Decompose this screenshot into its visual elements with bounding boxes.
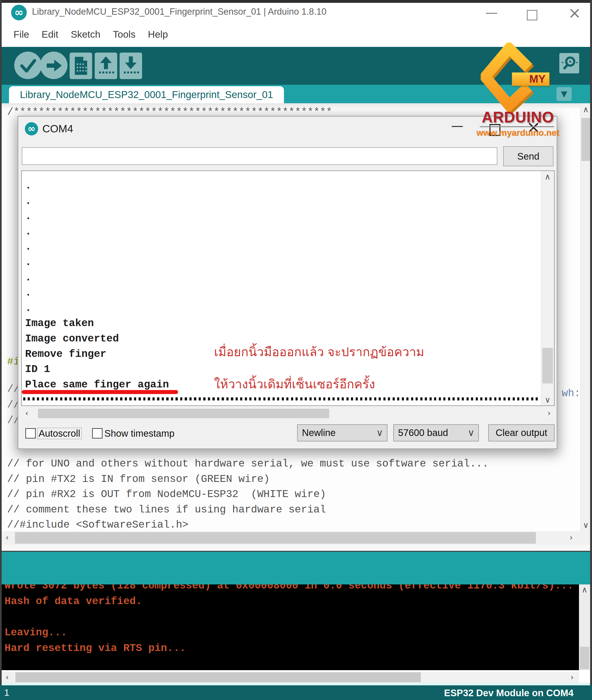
arduino-brand-text: ARDUINO bbox=[480, 108, 555, 126]
window-title: Library_NodeMCU_ESP32_0001_Fingerprint_S… bbox=[32, 7, 327, 17]
show-timestamp-checkbox[interactable] bbox=[92, 428, 103, 439]
status-line-number: 1 bbox=[4, 688, 9, 698]
scroll-right-icon[interactable]: › bbox=[566, 533, 577, 542]
show-timestamp-label[interactable]: Show timestamp bbox=[104, 428, 175, 439]
menu-sketch[interactable]: Sketch bbox=[65, 29, 106, 40]
statusbar-top-strip bbox=[2, 683, 590, 685]
save-sketch-button[interactable] bbox=[119, 53, 142, 79]
send-button[interactable]: Send bbox=[503, 146, 553, 166]
scroll-up-icon[interactable]: ∧ bbox=[581, 105, 591, 114]
scroll-left-icon[interactable]: ‹ bbox=[21, 408, 32, 418]
right-arrow-icon bbox=[40, 52, 67, 79]
console-output[interactable]: Wrote 3072 bytes (128 compressed) at 0x0… bbox=[2, 585, 579, 670]
scroll-down-icon[interactable]: ∨ bbox=[541, 395, 554, 404]
close-button[interactable]: × bbox=[568, 4, 581, 22]
serial-output-area[interactable]: . . . . . . . . . Image taken Image conv… bbox=[21, 170, 555, 406]
tab-sketch[interactable]: Library_NodeMCU_ESP32_0001_Fingerprint_S… bbox=[9, 86, 284, 103]
console-hscroll-thumb[interactable] bbox=[15, 672, 421, 682]
serial-vertical-scrollbar[interactable]: ∧ ∨ bbox=[541, 171, 554, 405]
check-icon bbox=[14, 52, 42, 79]
editor-vscroll-thumb[interactable] bbox=[581, 118, 590, 161]
editor-horizontal-scrollbar[interactable]: ‹ › bbox=[2, 531, 590, 545]
my-badge: MY bbox=[512, 72, 549, 86]
autoscroll-checkbox[interactable] bbox=[25, 428, 36, 439]
minimize-button[interactable]: — bbox=[485, 5, 498, 19]
code-fragment-keyword: wh: bbox=[562, 387, 580, 399]
editor-hscroll-thumb[interactable] bbox=[15, 532, 536, 544]
console-text: Wrote 3072 bytes (128 compressed) at 0x0… bbox=[4, 585, 574, 656]
editor-vertical-scrollbar[interactable]: ∧ ∨ bbox=[580, 103, 591, 531]
line-ending-select[interactable]: Newline ∨ bbox=[297, 424, 387, 441]
serial-input[interactable] bbox=[22, 147, 497, 165]
serial-vscroll-thumb[interactable] bbox=[542, 348, 553, 384]
down-arrow-icon bbox=[119, 53, 142, 79]
serial-monitor-window[interactable]: ∞ COM4 — × Send . . . . . . . . . Image … bbox=[18, 116, 557, 449]
editor-console-gap bbox=[2, 545, 590, 551]
scroll-left-icon[interactable]: ‹ bbox=[2, 672, 12, 682]
menu-edit[interactable]: Edit bbox=[36, 29, 64, 40]
arduino-dialog-icon: ∞ bbox=[25, 122, 38, 136]
window-border-left bbox=[0, 0, 2, 700]
new-sketch-button[interactable] bbox=[69, 53, 92, 79]
autoscroll-label[interactable]: Autoscroll bbox=[38, 428, 81, 439]
console-vertical-scrollbar[interactable]: ∧ bbox=[579, 585, 590, 670]
clear-output-button[interactable]: Clear output bbox=[488, 424, 555, 441]
chevron-down-icon: ∨ bbox=[468, 425, 475, 441]
upload-button[interactable] bbox=[40, 52, 67, 79]
status-bar: 1 ESP32 Dev Module on COM4 bbox=[0, 685, 592, 700]
dialog-minimize-button[interactable]: — bbox=[451, 118, 463, 133]
baud-rate-select[interactable]: 57600 baud ∨ bbox=[393, 424, 479, 441]
maximize-button[interactable] bbox=[527, 10, 537, 20]
thai-annotation-line1: เมื่อยกนิ้วมือออกแล้ว จะปรากฏข้อความ bbox=[214, 342, 424, 362]
menu-tools[interactable]: Tools bbox=[107, 29, 141, 40]
serial-horizontal-scrollbar[interactable]: ‹ › bbox=[21, 408, 555, 419]
scroll-up-icon[interactable]: ∧ bbox=[541, 172, 554, 182]
thai-annotation-line2: ให้วางนิ้วเดิมที่เซ็นเซอร์อีกครั้ง bbox=[214, 374, 375, 394]
verify-button[interactable] bbox=[14, 52, 42, 79]
menu-help[interactable]: Help bbox=[142, 29, 174, 40]
menu-file[interactable]: File bbox=[8, 29, 35, 40]
title-bar[interactable]: ∞ Library_NodeMCU_ESP32_0001_Fingerprint… bbox=[2, 3, 590, 24]
serial-monitor-title-bar[interactable]: ∞ COM4 — × bbox=[18, 116, 557, 141]
console-header-strip bbox=[2, 551, 590, 585]
serial-monitor-controls: Autoscroll Show timestamp Newline ∨ 5760… bbox=[18, 419, 557, 449]
document-icon bbox=[69, 53, 92, 79]
arduino-ide-window: ∞ Library_NodeMCU_ESP32_0001_Fingerprint… bbox=[0, 0, 592, 700]
serial-hscroll-thumb[interactable] bbox=[38, 409, 329, 418]
serial-output-dotted-line bbox=[23, 397, 539, 400]
console-horizontal-scrollbar[interactable]: ‹ › bbox=[2, 672, 579, 683]
line-ending-value: Newline bbox=[302, 428, 336, 438]
console-bottom-gap bbox=[2, 670, 590, 672]
myarduino-url: www.myarduino.net bbox=[477, 128, 557, 138]
scroll-right-icon[interactable]: › bbox=[544, 408, 555, 418]
status-board-port: ESP32 Dev Module on COM4 bbox=[444, 688, 574, 698]
open-sketch-button[interactable] bbox=[95, 53, 117, 79]
console-vscroll-thumb[interactable] bbox=[580, 647, 589, 669]
scroll-right-icon[interactable]: › bbox=[567, 672, 578, 682]
window-border-top bbox=[0, 0, 592, 3]
serial-monitor-button[interactable] bbox=[559, 53, 579, 73]
magnifier-icon bbox=[559, 53, 579, 73]
scroll-down-icon[interactable]: ∨ bbox=[581, 520, 591, 530]
baud-rate-value: 57600 baud bbox=[398, 428, 448, 438]
tab-list-dropdown-button[interactable]: ▼ bbox=[556, 87, 572, 101]
arduino-app-icon: ∞ bbox=[11, 5, 27, 20]
serial-output-text: . . . . . . . . . Image taken Image conv… bbox=[25, 178, 169, 392]
red-underline-annotation bbox=[22, 390, 178, 394]
chevron-down-icon: ∨ bbox=[376, 425, 383, 441]
logo-divider bbox=[480, 126, 554, 127]
up-arrow-icon bbox=[95, 53, 117, 79]
scroll-left-icon[interactable]: ‹ bbox=[2, 533, 12, 542]
scroll-up-icon[interactable]: ∧ bbox=[579, 585, 590, 594]
window-border-right bbox=[590, 0, 592, 700]
serial-monitor-title: COM4 bbox=[42, 123, 73, 135]
